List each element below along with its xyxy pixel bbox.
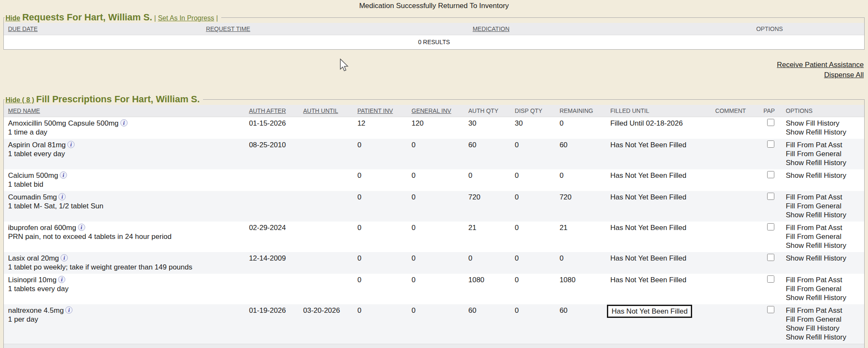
options-cell: Show Refill History bbox=[782, 169, 864, 191]
column-header-options: OPTIONS bbox=[782, 105, 864, 117]
patient-inv-value: 0 bbox=[353, 304, 407, 344]
status-message: Medication Successfully Returned To Inve… bbox=[0, 0, 868, 11]
option-link[interactable]: Show Refill History bbox=[786, 158, 861, 167]
med-name: Aspirin Oral 81mg bbox=[8, 141, 66, 149]
prescriptions-table-body: Amoxicillin 500mg Capsule 500mgi 1 time … bbox=[4, 117, 864, 344]
column-header-request-time[interactable]: REQUEST TIME bbox=[202, 23, 468, 35]
general-inv-value: 0 bbox=[407, 169, 464, 191]
requests-section-legend: Hide Requests For Hart, William S. | Set… bbox=[5, 12, 221, 23]
option-link[interactable]: Fill From General bbox=[786, 149, 861, 158]
column-header-patient-inv[interactable]: PATIENT INV bbox=[353, 105, 407, 117]
info-icon[interactable]: i bbox=[58, 276, 65, 283]
option-link[interactable]: Fill From General bbox=[786, 232, 861, 241]
dispense-all-link[interactable]: Dispense All bbox=[4, 70, 864, 80]
options-cell: Fill From Pat AsstFill From GeneralShow … bbox=[782, 191, 864, 222]
pap-checkbox[interactable] bbox=[767, 223, 774, 230]
med-name: naltrexone 4.5mg bbox=[8, 306, 64, 314]
paging-status: DISPLAYING 1-8 / 8 bbox=[4, 344, 864, 348]
info-icon[interactable]: i bbox=[58, 193, 66, 200]
prescription-row: Amoxicillin 500mg Capsule 500mgi 1 time … bbox=[4, 117, 864, 139]
column-header-general-inv[interactable]: GENERAL INV bbox=[407, 105, 464, 117]
prescription-row: Lasix oral 20mgi 1 tablet po weekly; tak… bbox=[4, 252, 864, 274]
filled-until-status: Has Not Yet Been Filled bbox=[607, 305, 693, 318]
general-inv-value: 0 bbox=[407, 252, 464, 274]
option-link[interactable]: Fill From Pat Asst bbox=[786, 223, 861, 232]
prescription-row: Coumadin 5mgi 1 tablet M- Sat, 1/2 table… bbox=[4, 191, 864, 222]
patient-inv-value: 0 bbox=[353, 252, 407, 274]
disp-qty-value: 0 bbox=[511, 169, 556, 191]
options-cell: Fill From Pat AsstFill From GeneralShow … bbox=[782, 222, 864, 252]
option-link[interactable]: Show Refill History bbox=[786, 128, 861, 137]
option-link[interactable]: Fill From Pat Asst bbox=[786, 306, 861, 315]
option-link[interactable]: Show Refill History bbox=[786, 210, 861, 219]
receive-patient-assistance-link[interactable]: Receive Patient Assistance bbox=[4, 60, 864, 70]
patient-inv-value: 0 bbox=[353, 222, 407, 252]
disp-qty-value: 30 bbox=[511, 117, 556, 139]
auth-qty-value: 720 bbox=[464, 191, 511, 222]
hide-requests-link[interactable]: Hide bbox=[6, 14, 20, 22]
column-header-med-name[interactable]: MED NAME bbox=[4, 105, 245, 117]
patient-inv-value: 0 bbox=[353, 191, 407, 222]
option-link[interactable]: Show Refill History bbox=[786, 171, 861, 180]
option-link[interactable]: Fill From General bbox=[786, 315, 861, 324]
option-link[interactable]: Show Refill History bbox=[786, 254, 861, 263]
comment-value bbox=[711, 252, 760, 274]
remaining-value: 720 bbox=[555, 191, 606, 222]
info-icon[interactable]: i bbox=[65, 306, 72, 314]
option-link[interactable]: Fill From General bbox=[786, 284, 861, 293]
auth-qty-value: 0 bbox=[464, 252, 511, 274]
option-link[interactable]: Show Refill History bbox=[786, 241, 861, 250]
pap-checkbox[interactable] bbox=[767, 306, 774, 313]
requests-section-title: Requests For Hart, William S. bbox=[22, 12, 152, 22]
pap-checkbox[interactable] bbox=[767, 119, 774, 126]
auth-until-value: 03-20-2026 bbox=[299, 304, 353, 344]
med-instructions: 1 tablet bid bbox=[8, 180, 241, 189]
options-cell: Fill From Pat AsstFill From GeneralShow … bbox=[782, 304, 864, 344]
option-link[interactable]: Fill From Pat Asst bbox=[786, 140, 861, 149]
info-icon[interactable]: i bbox=[61, 254, 68, 261]
disp-qty-value: 0 bbox=[511, 139, 556, 169]
info-icon[interactable]: i bbox=[67, 141, 75, 148]
set-as-in-progress-link[interactable]: Set As In Progress bbox=[158, 14, 214, 22]
requests-table-header: DUE DATE REQUEST TIME MEDICATION OPTIONS bbox=[4, 23, 864, 35]
pap-checkbox[interactable] bbox=[767, 275, 774, 283]
prescriptions-section-legend: Hide ( 8 ) Fill Prescriptions For Hart, … bbox=[5, 94, 203, 105]
med-instructions: 1 tablet M- Sat, 1/2 tablet Sun bbox=[8, 202, 241, 210]
option-link[interactable]: Show Refill History bbox=[786, 293, 861, 302]
auth-after-value bbox=[245, 274, 299, 304]
column-header-remaining: REMAINING bbox=[555, 105, 606, 117]
auth-after-value: 12-14-2009 bbox=[245, 252, 299, 274]
options-cell: Fill From Pat AsstFill From GeneralShow … bbox=[782, 139, 864, 169]
column-header-auth-after[interactable]: AUTH AFTER bbox=[245, 105, 299, 117]
option-link[interactable]: Show Refill History bbox=[786, 333, 861, 342]
column-header-auth-until[interactable]: AUTH UNTIL bbox=[299, 105, 353, 117]
remaining-value: 21 bbox=[555, 222, 606, 252]
option-link[interactable]: Fill From Pat Asst bbox=[786, 275, 861, 284]
option-link[interactable]: Show Fill History bbox=[786, 119, 861, 128]
auth-qty-value: 21 bbox=[464, 222, 511, 252]
info-icon[interactable]: i bbox=[60, 171, 67, 179]
med-instructions: 1 tablets every day bbox=[8, 284, 241, 293]
pap-checkbox[interactable] bbox=[767, 140, 774, 148]
auth-after-value: 02-29-2024 bbox=[245, 222, 299, 252]
auth-until-value bbox=[299, 191, 353, 222]
column-header-medication[interactable]: MEDICATION bbox=[468, 23, 675, 35]
option-link[interactable]: Show Fill History bbox=[786, 324, 861, 333]
hide-prescriptions-link[interactable]: Hide ( 8 ) bbox=[6, 96, 34, 104]
comment-value bbox=[711, 117, 760, 139]
info-icon[interactable]: i bbox=[120, 119, 128, 126]
prescriptions-section-title: Fill Prescriptions For Hart, William S. bbox=[36, 94, 200, 104]
pap-checkbox[interactable] bbox=[767, 254, 774, 261]
column-header-due-date[interactable]: DUE DATE bbox=[4, 23, 202, 35]
options-cell: Fill From Pat AsstFill From GeneralShow … bbox=[782, 274, 864, 304]
info-icon[interactable]: i bbox=[78, 224, 85, 231]
pap-checkbox[interactable] bbox=[767, 171, 774, 178]
option-link[interactable]: Fill From Pat Asst bbox=[786, 193, 861, 202]
filled-until-status: Has Not Yet Been Filled bbox=[610, 171, 687, 180]
med-name: Amoxicillin 500mg Capsule 500mg bbox=[8, 119, 119, 127]
column-header-auth-qty: AUTH QTY bbox=[464, 105, 511, 117]
disp-qty-value: 0 bbox=[511, 274, 556, 304]
pap-checkbox[interactable] bbox=[767, 193, 774, 200]
disp-qty-value: 0 bbox=[511, 304, 556, 344]
option-link[interactable]: Fill From General bbox=[786, 202, 861, 210]
